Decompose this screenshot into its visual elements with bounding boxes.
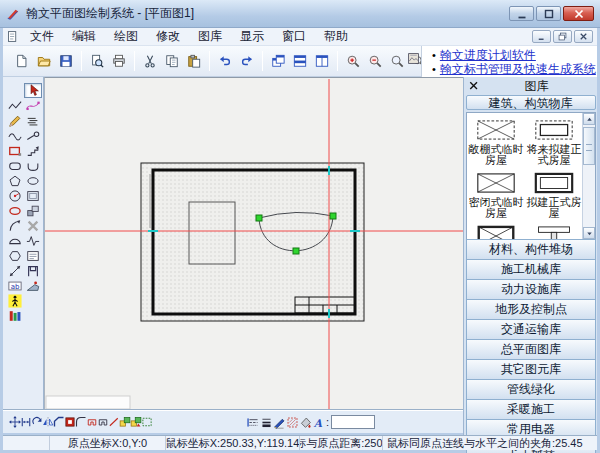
circle-radius-tool[interactable]: [6, 188, 24, 203]
pentagon-tool[interactable]: [6, 173, 24, 188]
font-button[interactable]: A: [313, 415, 324, 429]
copy-button[interactable]: [161, 50, 183, 72]
library-item[interactable]: [467, 219, 525, 240]
library-item-将来拟建正式房屋[interactable]: 将来拟建正式房屋: [525, 113, 583, 166]
node-line-tool[interactable]: [24, 128, 42, 143]
win-close-button[interactable]: [563, 6, 594, 21]
dome-tool[interactable]: [6, 233, 24, 248]
line-width-button[interactable]: [261, 415, 272, 429]
print-button[interactable]: [108, 50, 130, 72]
scrollbar-thumb[interactable]: [583, 127, 595, 165]
menu-帮助[interactable]: 帮助: [315, 27, 357, 46]
hatch-lines-tool[interactable]: [24, 113, 42, 128]
paste-button[interactable]: [183, 50, 205, 72]
tile-vertical-button[interactable]: [311, 50, 333, 72]
u-arc-tool[interactable]: [24, 158, 42, 173]
undo-button[interactable]: [214, 50, 236, 72]
rectangle-tool[interactable]: [6, 143, 24, 158]
ellipse-tool[interactable]: [24, 173, 42, 188]
line-button[interactable]: [108, 415, 119, 429]
menu-文件[interactable]: 文件: [21, 27, 63, 46]
hexagon-tool[interactable]: [6, 248, 24, 263]
menu-图库[interactable]: 图库: [189, 27, 231, 46]
hatch-button[interactable]: [287, 415, 298, 429]
frame-rect-tool[interactable]: [24, 188, 42, 203]
category-总平面图库[interactable]: 总平面图库: [466, 339, 596, 360]
win-minimize-button[interactable]: [509, 6, 534, 21]
save-button[interactable]: [55, 50, 77, 72]
mdi-close-button[interactable]: [574, 30, 593, 43]
drawing-canvas[interactable]: [44, 77, 463, 410]
chamfer-button[interactable]: [53, 415, 64, 429]
category-材料、构件堆场[interactable]: 材料、构件堆场: [466, 239, 596, 260]
tile-horizontal-button[interactable]: [289, 50, 311, 72]
move-button[interactable]: [9, 415, 20, 429]
steps-tool[interactable]: [24, 143, 42, 158]
font-size-input[interactable]: [331, 415, 375, 429]
door-tool[interactable]: [24, 263, 42, 278]
zoom-out-button[interactable]: [364, 50, 386, 72]
category-施工机械库[interactable]: 施工机械库: [466, 259, 596, 280]
library-item-密闭式临时房屋[interactable]: 密闭式临时房屋: [467, 166, 525, 219]
cut-button[interactable]: [139, 50, 161, 72]
polyline-tool[interactable]: [6, 98, 24, 113]
make-block-button[interactable]: [119, 415, 130, 429]
rotate-button[interactable]: [31, 415, 42, 429]
library-close-icon[interactable]: [468, 80, 480, 92]
redo-button[interactable]: [236, 50, 258, 72]
print-preview-button[interactable]: [86, 50, 108, 72]
arc-tool[interactable]: [6, 218, 24, 233]
external-link[interactable]: 翰文标书管理及快速生成系统: [440, 61, 596, 78]
spline-tool[interactable]: [24, 98, 42, 113]
menu-显示[interactable]: 显示: [231, 27, 273, 46]
open-button[interactable]: [33, 50, 55, 72]
category-动力设施库[interactable]: 动力设施库: [466, 279, 596, 300]
array-button[interactable]: [64, 415, 75, 429]
mdi-restore-button[interactable]: [553, 30, 572, 43]
text-ab-tool[interactable]: ab: [6, 278, 24, 293]
library-item-拟建正式房屋[interactable]: 拟建正式房屋: [525, 166, 583, 219]
blocks-tool[interactable]: [24, 203, 42, 218]
stretch-button[interactable]: [20, 415, 31, 429]
library-item[interactable]: [525, 219, 583, 240]
delete-x-tool[interactable]: [24, 218, 42, 233]
select-arrow-tool[interactable]: [24, 83, 42, 98]
menu-窗口[interactable]: 窗口: [273, 27, 315, 46]
category-交通运输库[interactable]: 交通运输库: [466, 319, 596, 340]
insert-block-button[interactable]: [130, 415, 141, 429]
pulse-tool[interactable]: [24, 233, 42, 248]
break-button[interactable]: [86, 415, 97, 429]
pen-slope-button[interactable]: [274, 415, 285, 429]
select-region-button[interactable]: [141, 415, 152, 429]
menu-编辑[interactable]: 编辑: [63, 27, 105, 46]
rounded-rectangle-tool[interactable]: [6, 158, 24, 173]
dimension-tool[interactable]: [6, 263, 24, 278]
zoom-in-button[interactable]: [342, 50, 364, 72]
fillet-button[interactable]: [75, 415, 86, 429]
mdi-minimize-button[interactable]: [532, 30, 551, 43]
offset-button[interactable]: [97, 415, 108, 429]
mirror-button[interactable]: [42, 415, 53, 429]
pencil-tool[interactable]: [6, 113, 24, 128]
zoom-window-button[interactable]: [386, 50, 408, 72]
library-thumbnail-icon[interactable]: [407, 52, 420, 65]
menu-绘图[interactable]: 绘图: [105, 27, 147, 46]
line-style-button[interactable]: [248, 415, 259, 429]
library-item-敞棚式临时房屋[interactable]: 敞棚式临时房屋: [467, 113, 525, 166]
menu-修改[interactable]: 修改: [147, 27, 189, 46]
new-button[interactable]: [11, 50, 33, 72]
walker-tool[interactable]: [6, 293, 24, 308]
category-地形及控制点[interactable]: 地形及控制点: [466, 299, 596, 320]
win-maximize-button[interactable]: [536, 6, 561, 21]
library-group-button[interactable]: 建筑、构筑物库: [466, 95, 596, 110]
category-管线绿化[interactable]: 管线绿化: [466, 379, 596, 400]
scroll-up-icon[interactable]: [583, 113, 595, 125]
text-frame-tool[interactable]: [24, 248, 42, 263]
column-list-tool[interactable]: [6, 308, 24, 323]
category-其它图元库[interactable]: 其它图元库: [466, 359, 596, 380]
title-bar[interactable]: 翰文平面图绘制系统 - [平面图1]: [0, 0, 600, 28]
cascade-windows-button[interactable]: [267, 50, 289, 72]
ramp-tool[interactable]: [24, 278, 42, 293]
wave-tool[interactable]: [6, 128, 24, 143]
fill-button[interactable]: [300, 415, 311, 429]
